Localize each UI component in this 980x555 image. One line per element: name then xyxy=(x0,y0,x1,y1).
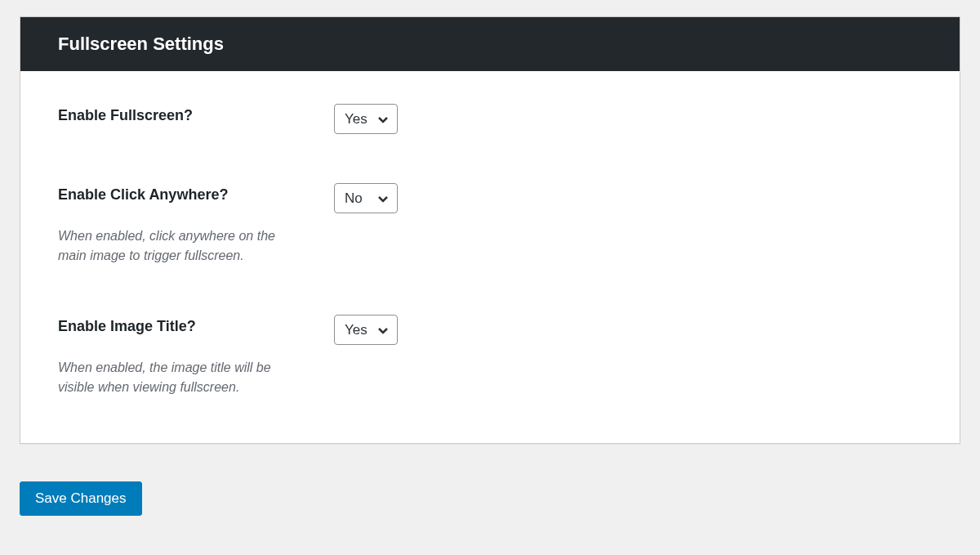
select-wrapper: YesNo xyxy=(334,315,398,345)
settings-panel: Fullscreen Settings Enable Fullscreen? Y… xyxy=(20,16,960,444)
select-wrapper: YesNo xyxy=(334,104,398,134)
enable-fullscreen-label: Enable Fullscreen? xyxy=(58,107,334,124)
setting-row-enable-click-anywhere: Enable Click Anywhere? When enabled, cli… xyxy=(58,183,922,266)
enable-image-title-label: Enable Image Title? xyxy=(58,318,334,335)
enable-fullscreen-select[interactable]: YesNo xyxy=(334,104,398,134)
save-changes-button[interactable]: Save Changes xyxy=(20,481,142,516)
setting-row-enable-fullscreen: Enable Fullscreen? YesNo xyxy=(58,104,922,134)
enable-image-title-select[interactable]: YesNo xyxy=(334,315,398,345)
enable-image-title-description: When enabled, the image title will be vi… xyxy=(58,358,303,397)
select-wrapper: YesNo xyxy=(334,183,398,213)
panel-body: Enable Fullscreen? YesNo Enable Click An… xyxy=(20,71,960,443)
setting-row-enable-image-title: Enable Image Title? When enabled, the im… xyxy=(58,315,922,397)
enable-click-anywhere-description: When enabled, click anywhere on the main… xyxy=(58,226,303,266)
setting-control-col: YesNo xyxy=(334,183,922,213)
setting-label-col: Enable Fullscreen? xyxy=(58,104,334,124)
setting-label-col: Enable Click Anywhere? When enabled, cli… xyxy=(58,183,334,266)
setting-control-col: YesNo xyxy=(334,315,922,345)
setting-label-col: Enable Image Title? When enabled, the im… xyxy=(58,315,334,397)
enable-click-anywhere-select[interactable]: YesNo xyxy=(334,183,398,213)
setting-control-col: YesNo xyxy=(334,104,922,134)
panel-title: Fullscreen Settings xyxy=(58,34,922,55)
panel-header: Fullscreen Settings xyxy=(20,17,960,71)
enable-click-anywhere-label: Enable Click Anywhere? xyxy=(58,186,334,204)
